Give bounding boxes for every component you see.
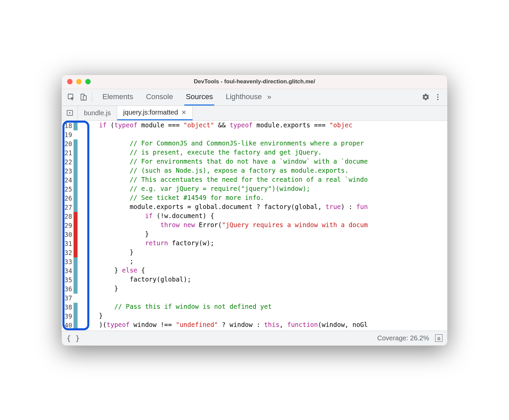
kebab-menu-icon[interactable] xyxy=(432,91,444,103)
coverage-marker xyxy=(74,285,78,294)
line-number[interactable]: 22 xyxy=(64,158,72,167)
line-number[interactable]: 20 xyxy=(64,139,72,149)
coverage-marker xyxy=(74,176,78,185)
code-line[interactable]: // (such as Node.js), expose a factory a… xyxy=(84,166,447,175)
code-line[interactable]: // Pass this if window is not defined ye… xyxy=(84,302,447,311)
code-line[interactable]: if (!w.document) { xyxy=(84,211,447,220)
code-line[interactable]: factory(global); xyxy=(84,275,447,284)
line-number[interactable]: 31 xyxy=(64,239,72,248)
line-number[interactable]: 28 xyxy=(64,212,72,221)
code-line[interactable]: ; xyxy=(84,257,447,266)
code-line[interactable]: // This accentuates the need for the cre… xyxy=(84,175,447,184)
panel-tab-elements[interactable]: Elements xyxy=(101,89,135,106)
code-line[interactable]: module.exports = global.document ? facto… xyxy=(84,202,447,211)
panel-tab-lighthouse[interactable]: Lighthouse xyxy=(224,89,263,106)
devtools-window: DevTools - foul-heavenly-direction.glitc… xyxy=(61,75,448,346)
coverage-marker xyxy=(74,266,78,276)
code-line[interactable]: // For environments that do not have a `… xyxy=(84,157,447,166)
line-number[interactable]: 34 xyxy=(64,266,72,276)
line-number[interactable]: 35 xyxy=(64,276,72,285)
coverage-marker xyxy=(74,167,78,176)
separator xyxy=(92,92,92,102)
titlebar: DevTools - foul-heavenly-direction.glitc… xyxy=(62,75,447,89)
code-line[interactable]: return factory(w); xyxy=(84,239,447,248)
line-number[interactable]: 19 xyxy=(64,130,72,139)
line-number[interactable]: 37 xyxy=(64,294,72,303)
code-line[interactable]: } xyxy=(84,284,447,293)
file-tab-label: jquery.js:formatted xyxy=(123,109,178,116)
code-line[interactable]: } xyxy=(84,311,447,320)
coverage-marker xyxy=(74,294,78,303)
line-number[interactable]: 25 xyxy=(64,185,72,194)
status-bar: { } Coverage: 26.2% xyxy=(62,331,447,345)
line-number[interactable]: 40 xyxy=(64,321,72,330)
main-toolbar: ElementsConsoleSourcesLighthouse » xyxy=(62,89,447,106)
panel-tab-sources[interactable]: Sources xyxy=(184,89,214,106)
line-number[interactable]: 38 xyxy=(64,303,72,312)
maximize-window-button[interactable] xyxy=(85,79,91,84)
close-window-button[interactable] xyxy=(67,79,73,84)
svg-point-5 xyxy=(437,99,438,100)
coverage-marker xyxy=(74,194,78,203)
gear-icon[interactable] xyxy=(420,91,432,103)
line-number[interactable]: 39 xyxy=(64,312,72,321)
line-number[interactable]: 24 xyxy=(64,176,72,185)
code-area[interactable]: if (typeof module === "object" && typeof… xyxy=(78,121,447,331)
coverage-marker xyxy=(74,276,78,285)
coverage-marker xyxy=(74,248,78,257)
line-number[interactable]: 30 xyxy=(64,230,72,239)
line-number[interactable]: 33 xyxy=(64,257,72,266)
file-tab[interactable]: bundle.js xyxy=(78,106,117,120)
line-number[interactable]: 18 xyxy=(64,121,72,130)
line-number[interactable]: 36 xyxy=(64,285,72,294)
line-number[interactable]: 27 xyxy=(64,203,72,212)
code-line[interactable]: // e.g. var jQuery = require("jquery")(w… xyxy=(84,184,447,193)
coverage-marker xyxy=(74,239,78,248)
svg-point-4 xyxy=(437,96,438,98)
code-line[interactable]: } xyxy=(84,229,447,239)
minimize-window-button[interactable] xyxy=(76,79,82,84)
coverage-marker xyxy=(74,221,78,230)
code-line[interactable]: // is present, execute the factory and g… xyxy=(84,148,447,157)
overflow-tabs-button[interactable]: » xyxy=(263,93,275,101)
svg-rect-2 xyxy=(83,96,86,100)
code-line[interactable]: if (typeof module === "object" && typeof… xyxy=(84,121,447,130)
code-line[interactable]: // See ticket #14549 for more info. xyxy=(84,193,447,202)
code-line[interactable] xyxy=(84,293,447,302)
line-number[interactable]: 32 xyxy=(64,248,72,257)
coverage-marker xyxy=(74,257,78,266)
line-number-gutter: 1819202122232425262728293031323334353637… xyxy=(62,121,74,330)
source-editor[interactable]: 1819202122232425262728293031323334353637… xyxy=(62,121,447,331)
svg-point-3 xyxy=(437,94,438,95)
code-line[interactable]: } else { xyxy=(84,266,447,275)
coverage-marker xyxy=(74,321,78,330)
file-tab-label: bundle.js xyxy=(84,109,111,117)
navigator-toggle-icon[interactable] xyxy=(62,106,78,120)
coverage-marker xyxy=(74,121,78,130)
coverage-marker xyxy=(74,139,78,149)
file-tab[interactable]: jquery.js:formatted✕ xyxy=(117,106,193,120)
coverage-marker xyxy=(74,230,78,239)
coverage-marker xyxy=(74,185,78,194)
close-icon[interactable]: ✕ xyxy=(181,109,186,116)
pretty-print-icon[interactable]: { } xyxy=(66,334,80,342)
code-line[interactable]: throw new Error("jQuery requires a windo… xyxy=(84,220,447,229)
window-controls xyxy=(62,79,91,84)
device-toolbar-icon[interactable] xyxy=(77,91,89,103)
line-number[interactable]: 23 xyxy=(64,167,72,176)
code-line[interactable]: )(typeof window !== "undefined" ? window… xyxy=(84,320,447,329)
panel-tab-console[interactable]: Console xyxy=(145,89,175,106)
coverage-marker xyxy=(74,303,78,312)
line-number[interactable]: 29 xyxy=(64,221,72,230)
code-line[interactable]: } xyxy=(84,248,447,257)
code-line[interactable]: // For CommonJS and CommonJS-like enviro… xyxy=(84,139,447,148)
line-number[interactable]: 21 xyxy=(64,149,72,158)
code-line[interactable] xyxy=(84,130,447,139)
window-title: DevTools - foul-heavenly-direction.glitc… xyxy=(62,78,447,85)
coverage-marker xyxy=(74,149,78,158)
line-number[interactable]: 26 xyxy=(64,194,72,203)
inspect-element-icon[interactable] xyxy=(65,91,77,103)
drawer-toggle-icon[interactable] xyxy=(435,334,443,342)
coverage-marker xyxy=(74,130,78,139)
coverage-label: Coverage: 26.2% xyxy=(377,334,429,342)
